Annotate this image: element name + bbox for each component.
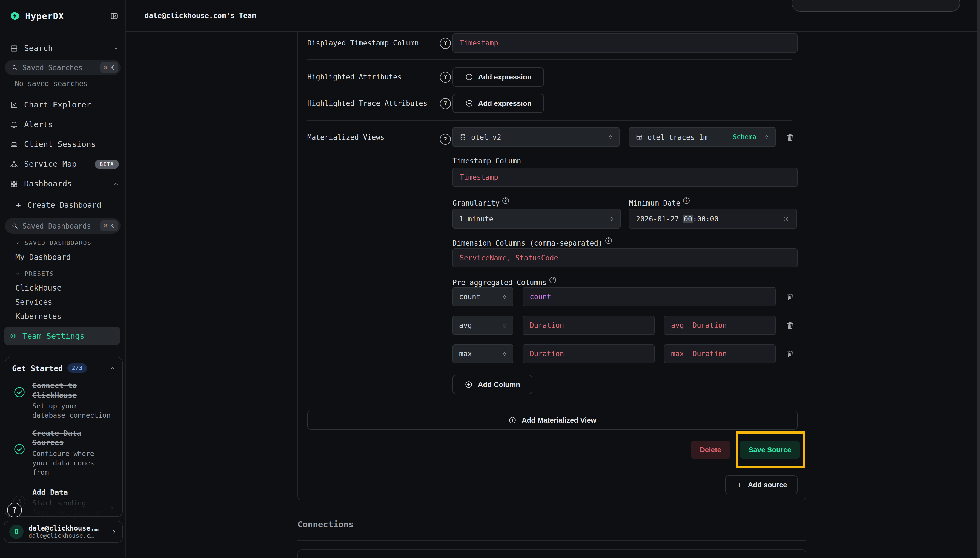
user-name: dale@clickhouse.… xyxy=(28,524,98,532)
info-icon[interactable]: ? xyxy=(502,197,509,204)
add-expression-button[interactable]: Add expression xyxy=(453,94,544,113)
alias-input[interactable]: avg__Duration xyxy=(664,316,775,335)
help-button[interactable]: ? xyxy=(7,503,22,517)
timestamp-column-input[interactable]: Timestamp xyxy=(453,168,798,187)
brand-title: HyperDX xyxy=(25,11,64,21)
info-icon[interactable]: ? xyxy=(550,277,556,283)
cmd-key: ⌘ xyxy=(104,64,108,71)
delete-source-button[interactable]: Delete xyxy=(691,441,730,459)
hyperdx-logo-icon xyxy=(10,11,20,21)
clear-date-button[interactable] xyxy=(783,215,790,222)
add-source-row: Add source xyxy=(307,475,798,494)
help-circle-icon[interactable]: ? xyxy=(440,98,451,109)
schema-link[interactable]: Schema xyxy=(733,133,756,141)
circle-plus-icon xyxy=(509,416,517,424)
add-materialized-view-button[interactable]: Add Materialized View xyxy=(307,410,798,430)
minimum-date-input[interactable]: 2026-01-27 00:00:00 xyxy=(629,209,797,228)
check-circle-icon xyxy=(13,386,26,420)
database-select[interactable]: otel_v2 xyxy=(453,127,620,147)
user-email: dale@clickhouse.c… xyxy=(28,532,98,539)
preaggregated-columns-label: Pre-aggregated Columns ? xyxy=(453,279,798,287)
sidebar-item-team-settings[interactable]: Team Settings xyxy=(4,327,120,345)
group-presets[interactable]: PRESETS xyxy=(0,266,126,281)
trash-icon xyxy=(785,292,795,302)
saved-dashboards-placeholder: Saved Dashboards xyxy=(23,222,96,230)
granularity-select[interactable]: 1 minute xyxy=(453,209,621,228)
sidebar-item-my-dashboard[interactable]: My Dashboard xyxy=(0,250,126,264)
add-source-button[interactable]: Add source xyxy=(725,475,798,494)
sidebar-item-chart-explorer[interactable]: Chart Explorer xyxy=(0,95,126,115)
hyperdx-app: HyperDX Search Saved Searches ⌘ K xyxy=(0,0,980,558)
hour-part-selected: 00 xyxy=(683,215,693,223)
chevron-up-icon[interactable] xyxy=(113,181,119,187)
sidebar-item-services[interactable]: Services xyxy=(0,295,126,309)
expression-input[interactable]: count xyxy=(523,287,775,307)
dashboards-icon xyxy=(10,179,18,188)
service-map-icon xyxy=(10,160,18,168)
chevron-updown-icon xyxy=(501,294,508,300)
database-value: otel_v2 xyxy=(471,133,501,141)
sidebar-item-client-sessions[interactable]: Client Sessions xyxy=(0,134,126,154)
k-key: K xyxy=(110,64,114,71)
row-highlighted-attributes: Highlighted Attributes ? Add expression xyxy=(307,67,798,87)
field-label: Highlighted Trace Attributes xyxy=(307,99,427,107)
chevron-up-icon[interactable] xyxy=(110,365,116,371)
source-form-panel: Displayed Timestamp Column ? Timestamp H… xyxy=(298,32,807,501)
team-settings-label: Team Settings xyxy=(23,332,85,340)
add-column-button[interactable]: Add Column xyxy=(453,375,532,394)
delete-column-button[interactable] xyxy=(785,348,798,360)
get-started-title: Get Started xyxy=(12,364,63,373)
group-label: SAVED DASHBOARDS xyxy=(25,239,92,246)
sidebar-item-service-map[interactable]: Service Map BETA xyxy=(0,154,126,174)
alias-input[interactable]: max__Duration xyxy=(664,344,775,363)
table-select[interactable]: otel_traces_1m Schema xyxy=(629,127,775,147)
info-icon[interactable]: ? xyxy=(683,197,690,204)
user-menu[interactable]: D dale@clickhouse.… dale@clickhouse.c… xyxy=(4,521,123,543)
saved-searches-input[interactable]: Saved Searches ⌘ K xyxy=(5,60,121,75)
displayed-timestamp-input[interactable]: Timestamp xyxy=(453,33,798,53)
settings-content: Displayed Timestamp Column ? Timestamp H… xyxy=(126,32,980,558)
create-dashboard-button[interactable]: Create Dashboard xyxy=(0,195,126,215)
plus-icon xyxy=(736,481,743,488)
saved-dashboards-input[interactable]: Saved Dashboards ⌘ K xyxy=(5,218,121,233)
scrollbar[interactable] xyxy=(977,0,980,558)
save-source-button[interactable]: Save Source xyxy=(740,441,800,459)
avatar: D xyxy=(9,525,24,539)
divider xyxy=(307,59,792,60)
sidebar-collapse-icon[interactable] xyxy=(110,12,118,20)
step-title: Add Data xyxy=(32,487,95,497)
granularity-label: Granularity ? xyxy=(453,199,621,207)
mv-selectors-row: otel_v2 otel_traces_1m Schema xyxy=(453,127,798,147)
row-displayed-timestamp: Displayed Timestamp Column ? Timestamp xyxy=(307,33,798,53)
circle-plus-icon xyxy=(465,99,473,107)
field-label: Materialized Views xyxy=(307,127,384,147)
sidebar-item-search[interactable]: Search xyxy=(0,38,126,58)
group-saved-dashboards[interactable]: SAVED DASHBOARDS xyxy=(0,236,126,250)
delete-view-button[interactable] xyxy=(785,131,798,143)
aggregation-fn-select[interactable]: max xyxy=(453,344,513,363)
dimension-columns-input[interactable]: ServiceName, StatusCode xyxy=(453,248,798,268)
expression-input[interactable]: Duration xyxy=(523,316,654,335)
field-label: Displayed Timestamp Column xyxy=(307,39,419,47)
sidebar-item-kubernetes[interactable]: Kubernetes xyxy=(0,309,126,323)
expression-input[interactable]: Duration xyxy=(523,344,654,363)
sidebar-item-dashboards[interactable]: Dashboards xyxy=(0,174,126,194)
chevron-up-icon[interactable] xyxy=(113,45,119,51)
connections-panel-stub xyxy=(298,549,807,558)
help-circle-icon[interactable]: ? xyxy=(440,38,451,49)
add-expression-button[interactable]: Add expression xyxy=(453,67,544,87)
help-circle-icon[interactable]: ? xyxy=(440,134,451,145)
help-circle-icon[interactable]: ? xyxy=(440,72,451,82)
get-started-step-add-data[interactable]: 3 Add Data Start sending logs, metrics, … xyxy=(12,487,116,517)
sidebar-item-alerts[interactable]: Alerts xyxy=(0,115,126,134)
step-title: Connect to ClickHouse xyxy=(32,381,81,400)
get-started-step-sources[interactable]: Create Data Sources Configure where your… xyxy=(12,428,116,477)
delete-column-button[interactable] xyxy=(785,319,798,332)
aggregation-fn-select[interactable]: avg xyxy=(453,316,513,335)
sidebar-item-clickhouse[interactable]: ClickHouse xyxy=(0,281,126,295)
get-started-step-connect[interactable]: Connect to ClickHouse Set up your databa… xyxy=(12,381,116,420)
delete-column-button[interactable] xyxy=(785,291,798,303)
info-icon[interactable]: ? xyxy=(605,237,612,244)
date-part: 2026-01-27 xyxy=(636,215,683,223)
aggregation-fn-select[interactable]: count xyxy=(453,287,513,307)
